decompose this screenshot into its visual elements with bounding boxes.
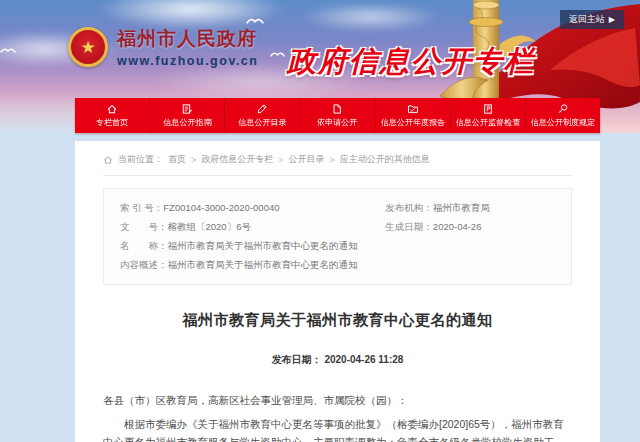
report-icon — [407, 103, 419, 115]
meta-publisher: 发布机构：福州市教育局 — [385, 199, 555, 216]
meta-generation-date: 生成日期：2020-04-26 — [385, 218, 555, 235]
bird-icon — [0, 46, 16, 54]
nav-item-disclosure-by-request[interactable]: 依申请公开 — [300, 98, 375, 133]
bird-icon — [246, 16, 264, 25]
bird-icon — [270, 50, 285, 58]
column-title: 政府信息公开专栏 — [287, 42, 535, 82]
meta-label: 生成日期： — [385, 221, 433, 232]
national-emblem-icon: ★ — [68, 27, 108, 67]
rules-icon — [557, 103, 569, 115]
nav-item-disclosure-guide[interactable]: 信息公开指南 — [150, 98, 225, 133]
meta-document-number: 文 号：榕教组〔2020〕6号 — [120, 218, 385, 235]
meta-value: 福州市教育局 — [433, 202, 490, 213]
breadcrumb-prefix: 当前位置： — [118, 153, 163, 166]
nav-item-label: 信息公开指南 — [163, 117, 211, 128]
breadcrumb-separator: > — [278, 155, 283, 165]
nav-item-label: 信息公开监督检查 — [455, 117, 520, 128]
article-body: 各县（市）区教育局，高新区社会事业管理局、市属院校（园）： 根据市委编办《关于福… — [103, 391, 572, 442]
publish-date-line: 发布日期： 2020-04-26 11:28 — [103, 353, 572, 367]
meta-value: 福州市教育局关于福州市教育中心更名的通知 — [168, 259, 358, 270]
meta-document-name: 名 称：福州市教育局关于福州市教育中心更名的通知 — [120, 237, 555, 254]
meta-value: 福州市教育局关于福州市教育中心更名的通知 — [168, 240, 358, 251]
site-name: 福州市人民政府 — [117, 26, 258, 52]
breadcrumb-disclosure-column[interactable]: 政府信息公开专栏 — [201, 153, 273, 166]
meta-label: 名 称： — [120, 240, 168, 251]
back-button-label: 返回主站 — [569, 13, 605, 26]
cloud-decoration — [300, 2, 440, 32]
meta-label: 内容概述： — [120, 259, 168, 270]
breadcrumb-separator: > — [191, 155, 196, 165]
nav-item-supervision-inspection[interactable]: 信息公开监督检查 — [451, 98, 526, 133]
guide-icon — [181, 103, 193, 115]
meta-index-number: 索 引 号：FZ00104-3000-2020-00040 — [120, 199, 385, 216]
nav-item-label: 专栏首页 — [96, 117, 128, 128]
catalog-icon — [256, 103, 268, 115]
breadcrumb-separator: > — [330, 155, 335, 165]
meta-value: FZ00104-3000-2020-00040 — [163, 202, 279, 213]
apply-icon — [331, 103, 343, 115]
site-url: www.fuzhou.gov.cn — [117, 54, 258, 68]
nav-item-label: 信息公开目录 — [238, 117, 286, 128]
nav-item-column-home[interactable]: 专栏首页 — [75, 98, 150, 133]
main-navigation: 专栏首页 信息公开指南 信息公开目录 依申请公开 信息公开年度报告 信息公开监督… — [75, 98, 600, 133]
star-icon: ★ — [80, 39, 95, 56]
meta-content-summary: 内容概述：福州市教育局关于福州市教育中心更名的通知 — [120, 256, 555, 273]
nav-item-label: 依申请公开 — [317, 117, 357, 128]
meta-value: 2020-04-26 — [433, 221, 482, 232]
content-card: 当前位置： 首页 > 政府信息公开专栏 > 公开目录 > 应主动公开的其他信息 … — [75, 141, 600, 442]
nav-item-label: 信息公开年度报告 — [380, 117, 445, 128]
back-to-main-site-button[interactable]: 返回主站 ▶ — [560, 10, 624, 29]
inspect-icon — [482, 103, 494, 115]
breadcrumb-home[interactable]: 首页 — [168, 153, 186, 166]
publish-date-value: 2020-04-26 11:28 — [324, 354, 403, 365]
article-salutation: 各县（市）区教育局，高新区社会事业管理局、市属院校（园）： — [103, 391, 572, 410]
home-icon — [103, 155, 113, 165]
article-paragraph: 根据市委编办《关于福州市教育中心更名等事项的批复》（榕委编办[2020]65号）… — [103, 415, 572, 442]
nav-item-disclosure-catalog[interactable]: 信息公开目录 — [225, 98, 300, 133]
breadcrumb: 当前位置： 首页 > 政府信息公开专栏 > 公开目录 > 应主动公开的其他信息 — [103, 153, 572, 176]
meta-label: 索 引 号： — [120, 202, 163, 213]
home-icon — [106, 103, 118, 115]
meta-value: 榕教组〔2020〕6号 — [168, 221, 251, 232]
meta-label: 发布机构： — [385, 202, 433, 213]
site-logo[interactable]: ★ 福州市人民政府 www.fuzhou.gov.cn — [68, 26, 258, 68]
document-metadata-table: 索 引 号：FZ00104-3000-2020-00040 发布机构：福州市教育… — [103, 188, 572, 285]
nav-item-system-regulations[interactable]: 信息公开制度规定 — [526, 98, 600, 133]
arrow-right-icon: ▶ — [609, 15, 615, 24]
article-title: 福州市教育局关于福州市教育中心更名的通知 — [103, 311, 572, 330]
meta-label: 文 号： — [120, 221, 168, 232]
publish-date-label: 发布日期： — [272, 354, 322, 365]
breadcrumb-current-page: 应主动公开的其他信息 — [340, 153, 430, 166]
nav-item-label: 信息公开制度规定 — [531, 117, 596, 128]
breadcrumb-catalog[interactable]: 公开目录 — [289, 153, 325, 166]
nav-item-annual-report[interactable]: 信息公开年度报告 — [376, 98, 451, 133]
